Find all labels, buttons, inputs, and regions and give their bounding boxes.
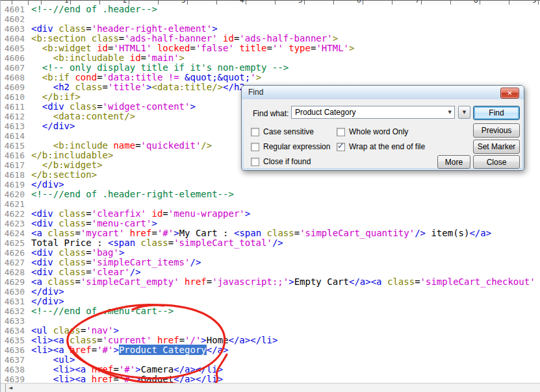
code-token [31,354,53,365]
ruler-tick [304,1,305,5]
code-text: <b:include name='quickedit'/> [31,141,212,151]
code-token [31,62,42,73]
code-token: href [92,364,114,374]
code-token: 'simpleCart_total' [174,238,272,248]
line-number: 4622 [0,209,25,219]
line-number: 4631 [0,297,25,306]
code-token: = [86,267,91,277]
line-number: 4623 [0,219,25,228]
whole-word-only-checkbox[interactable]: Whole word Only [337,127,408,136]
code-token: class [387,276,415,287]
code-token: 'simpleCart_items' [92,257,190,267]
code-token: class [70,101,97,112]
code-token: Gadget [141,374,174,383]
code-text: </div> [31,287,64,297]
code-line: 4604<b:section class='ads-half-banner' i… [0,34,540,43]
code-token: = [86,23,91,34]
find-what-combobox[interactable]: ▼ [291,106,455,119]
code-token: '#' [119,364,135,374]
code-token: 'javascript:;' [212,276,289,287]
code-token: = [103,82,108,92]
code-token: <div [42,101,70,112]
code-token: <div [31,257,58,267]
line-number: 4605 [0,43,25,53]
scrollbar-left-divider [5,384,6,392]
code-text: <b:includable id='main'> [31,53,185,63]
code-line: 4638 <li><a href='#'>Camera</a></li> [0,365,540,374]
case-sensitive-checkbox[interactable]: Case sensitive [251,127,314,136]
line-number: 4616 [0,151,25,160]
code-token: /> [130,267,141,277]
regular-expression-checkbox[interactable]: Regular expression [251,142,330,151]
code-token: class [58,257,86,267]
code-line: 4628<div class='clear'/> [0,267,540,277]
line-number: 4637 [0,355,25,365]
code-token [124,228,129,238]
code-text: <!--//end of .header-right-element--> [31,190,234,199]
code-token: class [70,335,97,345]
previous-button[interactable]: Previous [473,123,520,138]
code-token: 'false' [196,43,234,53]
find-dialog-title: Find [248,88,263,97]
code-editor[interactable]: 4601<!--//end of .header-->46024603<div … [0,5,540,383]
line-number: 4610 [0,92,25,102]
code-text: <li><a class='current' href='/'>Home</a>… [31,336,277,345]
checkbox-label: Whole word Only [349,127,408,136]
code-token: > [113,345,118,355]
code-token [31,43,42,53]
code-token: </a></li> [174,374,223,383]
check-icon: ✓ [337,141,344,151]
horizontal-scrollbar[interactable]: ◄ [0,383,540,392]
code-token: class [58,267,86,277]
code-line: 4619</div> [0,180,540,190]
code-line: 4635<li><a class='current' href='/'>Home… [0,336,540,345]
code-text: <h2 class='title'><data:title/></h2> [31,82,250,92]
set-marker-button[interactable]: Set Marker [473,140,520,154]
find-button[interactable]: Find [473,106,520,120]
code-token: </b:includable> [31,150,113,160]
ruler-tick [275,1,276,5]
code-line: 4608 <b:if cond='data:title != &quot;&qu… [0,73,540,82]
close-icon[interactable]: ✕ [500,88,519,99]
checkbox-icon[interactable]: ✓ [337,143,345,151]
ruler-tick [158,1,159,5]
line-number: 4619 [0,180,25,190]
window-left-edge [0,0,1,392]
code-token [31,140,53,151]
code-token: = [113,364,118,374]
code-line: 4634<ul class='nav'> [0,326,540,336]
code-token: = [179,335,185,345]
code-token: </a></li> [174,364,223,374]
code-token: = [97,335,102,345]
code-text: <ul> [31,355,75,365]
checkbox-icon[interactable] [251,128,259,136]
ruler-digit: 7 [415,1,420,5]
history-dropdown-button[interactable]: ▼ [458,106,470,119]
find-what-input[interactable] [294,107,442,117]
code-token: Camera [141,364,174,374]
code-token: '#' [157,228,174,238]
checkbox-icon[interactable] [337,128,345,136]
close-button[interactable]: Close [473,155,520,169]
code-token: <li><a [53,364,92,374]
checkbox-icon[interactable] [251,143,259,151]
code-line: 4633 [0,316,540,326]
line-number: 4613 [0,121,25,131]
wrap-at-end-checkbox[interactable]: ✓ Wrap at the end of file [337,142,425,151]
code-text: </div> [31,297,64,306]
line-number: 4618 [0,170,25,180]
scroll-left-icon[interactable]: ◄ [8,385,12,391]
more-button[interactable]: More [437,155,470,169]
find-dialog-titlebar[interactable]: Find ✕ [242,86,524,99]
code-text: <b:if cond='data:title != &quot;&quot;'> [31,73,261,82]
code-token: /> [272,238,283,248]
close-if-found-checkbox[interactable]: Close if found [251,157,311,166]
ruler-tick [480,1,480,5]
line-number: 4612 [0,112,25,121]
code-line: 4632<!--//end of .menu-cart--> [0,306,540,316]
chevron-down-icon[interactable]: ▼ [448,110,452,115]
line-number: 4634 [0,326,25,336]
checkbox-icon[interactable] [251,158,259,166]
code-token: </a></li> [229,335,278,345]
code-token: class [58,218,86,228]
